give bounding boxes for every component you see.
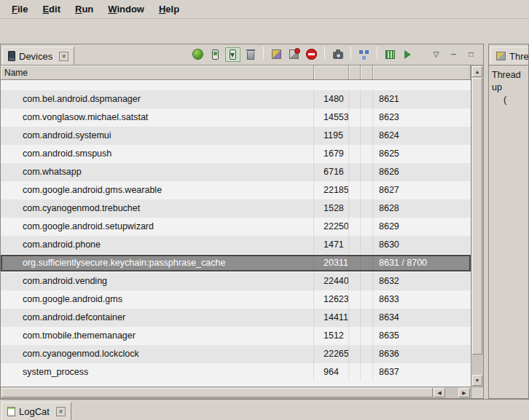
cell-port: 8628: [373, 199, 471, 218]
cell-name: com.google.android.setupwizard: [1, 218, 314, 236]
cell-name: com.android.smspush: [1, 145, 314, 163]
menu-file[interactable]: File: [4, 0, 35, 18]
scroll-down-icon[interactable]: ▼: [472, 375, 482, 386]
cell-empty-1: [349, 290, 361, 309]
cell-name: system_process: [1, 363, 314, 381]
cell-name: com.vonglasow.michael.satstat: [1, 108, 314, 127]
table-row-partial[interactable]: [1, 80, 471, 90]
table-row[interactable]: com.android.systemui11958624: [1, 127, 471, 145]
cell-pid: 22265: [314, 345, 349, 363]
update-heap-icon[interactable]: [208, 47, 223, 62]
tab-logcat-close-icon[interactable]: ×: [56, 407, 66, 416]
cell-empty-2: [361, 127, 373, 145]
cell-empty-1: [349, 108, 361, 127]
table-row[interactable]: com.bel.android.dspmanager14808621: [1, 90, 471, 108]
scroll-right-icon[interactable]: ▶: [458, 388, 470, 397]
table-row[interactable]: com.cyanogenmod.lockclock222658636: [1, 345, 471, 363]
menu-window[interactable]: Window: [101, 0, 152, 18]
tab-threads[interactable]: Threa: [490, 47, 529, 65]
cell-port: 8636: [373, 345, 471, 363]
tab-devices-close-icon[interactable]: ×: [59, 52, 68, 61]
vertical-scrollbar-thumb[interactable]: [472, 78, 482, 354]
scrollbar-corner: [471, 387, 483, 398]
menu-edit[interactable]: Edit: [35, 0, 68, 18]
column-header-name[interactable]: Name: [1, 66, 314, 79]
maximize-icon[interactable]: □: [463, 47, 479, 62]
threads-view: Threa Thread up (: [488, 44, 529, 399]
cell-pid: 1528: [314, 199, 349, 218]
update-threads-icon-glyph: [272, 49, 281, 59]
cell-port: 8621: [373, 90, 471, 108]
maximize-icon-glyph: □: [469, 51, 473, 58]
cell-port: 8632: [373, 272, 471, 290]
table-row[interactable]: com.google.android.gms126238633: [1, 290, 471, 309]
table-row[interactable]: com.google.android.setupwizard222508629: [1, 218, 471, 236]
vertical-scrollbar[interactable]: ▲ ▼: [471, 66, 483, 387]
debug-process-icon-glyph: [193, 49, 203, 59]
view-menu-icon[interactable]: ▽: [428, 47, 444, 62]
devices-tab-icon: [8, 51, 15, 61]
tab-logcat[interactable]: LogCat ×: [1, 402, 71, 420]
column-header-port[interactable]: [373, 66, 471, 79]
dump-hprof-icon[interactable]: [225, 47, 240, 62]
scroll-left-icon[interactable]: ◀: [434, 388, 445, 397]
workbench: Devices × ▽─□ Name com.bel.android.dspma…: [0, 44, 529, 399]
table-row[interactable]: com.vonglasow.michael.satstat145538623: [1, 108, 471, 127]
cell-name: com.cyanogenmod.lockclock: [1, 345, 314, 363]
table-row[interactable]: com.android.phone14718630: [1, 236, 471, 254]
cell-empty-2: [361, 181, 373, 199]
table-row[interactable]: com.tmobile.thememanager15128635: [1, 327, 471, 345]
stop-process-icon[interactable]: [304, 47, 319, 62]
dump-view-hierarchy-icon-glyph: [359, 50, 363, 54]
table-row[interactable]: com.cyanogenmod.trebuchet15288628: [1, 199, 471, 218]
table-row[interactable]: com.android.defcontainer144118634: [1, 309, 471, 327]
scroll-up-icon[interactable]: ▲: [472, 66, 482, 77]
threads-message: Thread up (: [489, 65, 528, 398]
table-row[interactable]: com.android.smspush16798625: [1, 145, 471, 163]
table-row[interactable]: system_process9648637: [1, 363, 471, 381]
debug-process-icon[interactable]: [190, 47, 205, 62]
minimize-icon[interactable]: ─: [446, 47, 461, 62]
tab-devices[interactable]: Devices ×: [2, 47, 74, 65]
cell-pid: 964: [314, 363, 349, 381]
cell-port: 8630: [373, 236, 471, 254]
screen-capture-icon[interactable]: [330, 47, 345, 62]
cell-name: com.android.vending: [1, 272, 314, 290]
start-method-profiling-icon[interactable]: [286, 47, 302, 62]
table-row[interactable]: org.sufficientlysecure.keychain:passphra…: [1, 254, 471, 272]
update-threads-icon[interactable]: [269, 47, 284, 62]
cell-name: com.android.phone: [1, 236, 314, 254]
tab-logcat-label: LogCat: [19, 406, 50, 417]
cell-pid: 1471: [314, 236, 349, 254]
cell-port: 8623: [373, 108, 471, 127]
cell-empty-1: [349, 127, 361, 145]
table-row[interactable]: com.whatsapp67168626: [1, 163, 471, 181]
cell-empty-2: [361, 345, 373, 363]
toolbar-separator: [263, 47, 264, 60]
table-row[interactable]: com.google.android.gms.wearable221858627: [1, 181, 471, 199]
start-opengl-trace-icon[interactable]: [400, 47, 415, 62]
capture-systrace-icon[interactable]: [383, 47, 398, 62]
column-header-pid[interactable]: [314, 66, 349, 79]
column-header-empty-1[interactable]: [349, 66, 361, 79]
menu-run[interactable]: Run: [68, 0, 101, 18]
threads-message-line-1: Thread up: [492, 69, 525, 94]
dump-view-hierarchy-icon[interactable]: [356, 47, 372, 62]
cell-port: 8631 / 8700: [373, 255, 471, 272]
cell-name: com.tmobile.thememanager: [1, 327, 314, 345]
column-header-empty-2[interactable]: [361, 66, 373, 79]
stop-process-icon-glyph: [306, 49, 317, 60]
cell-port: 8635: [373, 327, 471, 345]
cell-pid: 1195: [314, 127, 349, 145]
cell-empty-2: [361, 145, 373, 163]
table-row[interactable]: com.android.vending224408632: [1, 272, 471, 290]
cell-name: org.sufficientlysecure.keychain:passphra…: [1, 255, 314, 272]
cell-pid: 14411: [314, 309, 349, 327]
cell-pid: 22250: [314, 218, 349, 236]
menu-help[interactable]: Help: [152, 0, 187, 18]
horizontal-scrollbar[interactable]: ◀ ▶: [1, 387, 471, 398]
cell-pid: 22440: [314, 272, 349, 290]
horizontal-scrollbar-thumb[interactable]: [1, 388, 433, 397]
cell-name: com.cyanogenmod.trebuchet: [1, 199, 314, 218]
cause-gc-icon[interactable]: [243, 47, 258, 62]
